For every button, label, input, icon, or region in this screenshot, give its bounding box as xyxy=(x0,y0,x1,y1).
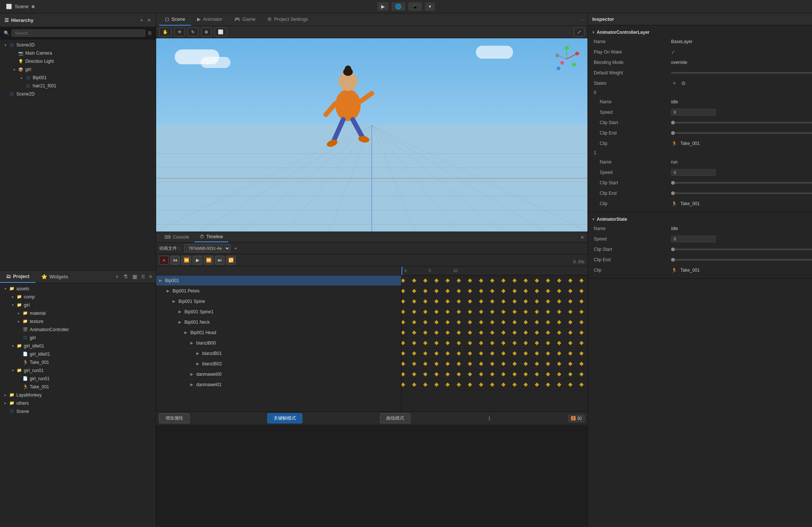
keyframe-diamond[interactable] xyxy=(579,341,583,345)
hierarchy-item-direction-light[interactable]: 💡 Direction Light xyxy=(0,57,156,65)
keyframe-diamond[interactable] xyxy=(445,372,450,376)
state-0-speed-input[interactable] xyxy=(671,109,716,116)
keyframe-diamond[interactable] xyxy=(535,289,539,293)
keyframe-diamond[interactable] xyxy=(568,341,572,345)
keyframe-diamond[interactable] xyxy=(568,289,572,293)
asset-item-girl-idle01-file[interactable]: 📄 girl_idle01 xyxy=(0,350,156,358)
skip-to-end-button[interactable]: ⏭ xyxy=(215,256,225,265)
section-header-as[interactable]: ▾ AnimatorState xyxy=(588,215,812,223)
keyframe-diamond[interactable] xyxy=(535,351,539,355)
keyframe-diamond[interactable] xyxy=(412,310,416,314)
keyframe-diamond[interactable] xyxy=(490,372,494,376)
keyframe-diamond[interactable] xyxy=(457,341,461,345)
keyframe-diamond[interactable] xyxy=(523,310,528,314)
keyframe-diamond[interactable] xyxy=(579,330,583,334)
keyframe-diamond[interactable] xyxy=(445,299,450,303)
asset-item-girl-folder[interactable]: ▾ 📁 girl xyxy=(0,301,156,309)
keyframe-diamond[interactable] xyxy=(402,382,405,387)
hierarchy-search-input[interactable] xyxy=(12,29,145,37)
keyframe-diamond[interactable] xyxy=(546,299,550,303)
keyframe-diamond[interactable] xyxy=(535,382,539,387)
keyframe-diamond[interactable] xyxy=(434,330,438,334)
asset-item-material[interactable]: ▸ 📁 material xyxy=(0,309,156,317)
asset-item-others[interactable]: ▸ 📁 others xyxy=(0,399,156,407)
keyframe-diamond[interactable] xyxy=(535,299,539,303)
keyframe-diamond[interactable] xyxy=(423,351,427,355)
track-bip001-spine[interactable]: ▶ Bip001 Spine xyxy=(156,296,401,307)
keyframe-diamond[interactable] xyxy=(402,351,405,355)
keyframe-diamond[interactable] xyxy=(479,299,483,303)
states-settings-button[interactable]: ⚙ xyxy=(680,80,687,87)
keyframe-diamond[interactable] xyxy=(412,362,416,366)
track-bip001[interactable]: ▶ Bip001 xyxy=(156,275,401,286)
next-frame-button[interactable]: ⏩ xyxy=(204,256,213,265)
keyframe-diamond[interactable] xyxy=(457,289,461,293)
hierarchy-add-button[interactable]: + xyxy=(139,16,144,24)
keyframe-diamond[interactable] xyxy=(457,310,461,314)
skip-to-start-button[interactable]: ⏮ xyxy=(170,256,180,265)
fullscreen-button[interactable]: ⤢ xyxy=(574,28,584,36)
keyframe-mode-button[interactable]: 关键帧模式 xyxy=(267,413,302,423)
hierarchy-item-main-camera[interactable]: 📷 Main Camera xyxy=(0,49,156,57)
keyframe-diamond[interactable] xyxy=(512,289,516,293)
keyframe-diamond[interactable] xyxy=(445,351,450,355)
keyframe-diamond[interactable] xyxy=(523,372,528,376)
keyframe-diamond[interactable] xyxy=(445,330,450,334)
hierarchy-item-girl[interactable]: ▾ 📦 girl xyxy=(0,65,156,74)
section-header-acl[interactable]: ▾ AnimatorControllerLayer xyxy=(588,28,812,36)
keyframe-diamond[interactable] xyxy=(490,341,494,345)
keyframe-diamond[interactable] xyxy=(479,372,483,376)
keyframe-diamond[interactable] xyxy=(557,310,561,314)
keyframe-diamond[interactable] xyxy=(479,278,483,282)
keyframe-diamond[interactable] xyxy=(557,341,561,345)
keyframe-diamond[interactable] xyxy=(579,289,583,293)
asset-item-girl-run01-file[interactable]: 📄 girl_run01 xyxy=(0,375,156,383)
keyframe-diamond[interactable] xyxy=(423,362,427,366)
keyframe-diamond[interactable] xyxy=(557,351,561,355)
keyframe-diamond[interactable] xyxy=(490,278,494,282)
keyframe-diamond[interactable] xyxy=(501,362,505,366)
keyframe-diamond[interactable] xyxy=(423,330,427,334)
keyframe-diamond[interactable] xyxy=(579,310,583,314)
keyframe-diamond[interactable] xyxy=(468,278,472,282)
keyframe-diamond[interactable] xyxy=(402,310,405,314)
curve-mode-button[interactable]: 曲线模式 xyxy=(380,413,410,423)
move-tool-button[interactable]: ✛ xyxy=(174,28,185,36)
keyframe-diamond[interactable] xyxy=(457,320,461,324)
console-tab[interactable]: ⌨ Console xyxy=(159,232,194,242)
keyframe-diamond[interactable] xyxy=(490,351,494,355)
keyframe-diamond[interactable] xyxy=(523,362,528,366)
hierarchy-item-hair21[interactable]: ⬡ hair21_f001 xyxy=(0,82,156,90)
anim-file-add-button[interactable]: + xyxy=(233,245,238,252)
track-bip001-pelvis[interactable]: ▶ Bip001 Pelvis xyxy=(156,286,401,296)
keyframe-diamond[interactable] xyxy=(557,372,561,376)
play-timeline-button[interactable]: ▶ xyxy=(193,256,202,265)
keyframe-diamond[interactable] xyxy=(546,320,550,324)
keyframe-diamond[interactable] xyxy=(457,299,461,303)
keyframe-diamond[interactable] xyxy=(457,351,461,355)
keyframe-diamond[interactable] xyxy=(546,351,550,355)
keyframe-diamond[interactable] xyxy=(468,330,472,334)
hierarchy-item-scene3d[interactable]: ▾ ⬡ Scene3D xyxy=(0,41,156,49)
keyframe-diamond[interactable] xyxy=(434,351,438,355)
keyframe-diamond[interactable] xyxy=(523,351,528,355)
keyframe-diamond[interactable] xyxy=(457,382,461,387)
keyframe-diamond[interactable] xyxy=(568,278,572,282)
keyframe-diamond[interactable] xyxy=(434,382,438,387)
timeline-menu-button[interactable]: ≡ xyxy=(580,233,584,241)
keyframe-diamond[interactable] xyxy=(568,372,572,376)
dropdown-button[interactable]: ▾ xyxy=(425,2,435,11)
track-bip001-spine1[interactable]: ▶ Bip001 Spine1 xyxy=(156,307,401,317)
keyframe-diamond[interactable] xyxy=(434,362,438,366)
asset-item-animcontroller[interactable]: 🎬 AnimationController xyxy=(0,326,156,334)
project-layout-button[interactable]: ▦ xyxy=(132,273,138,280)
keyframe-diamond[interactable] xyxy=(501,341,505,345)
keyframe-diamond[interactable] xyxy=(490,362,494,366)
rect-tool-button[interactable]: ⬜ xyxy=(215,28,227,36)
project-filter-button[interactable]: ⚗ xyxy=(122,273,129,280)
keyframe-diamond[interactable] xyxy=(579,299,583,303)
keyframe-diamond[interactable] xyxy=(402,362,405,366)
playhead[interactable] xyxy=(402,266,402,275)
keyframe-diamond[interactable] xyxy=(579,372,583,376)
keyframe-diamond[interactable] xyxy=(434,299,438,303)
